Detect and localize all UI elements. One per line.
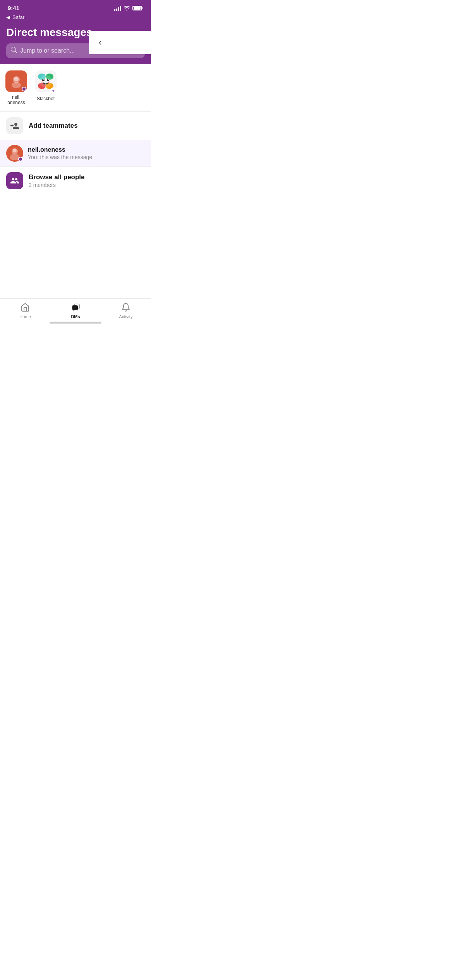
browse-people-item[interactable]: Browse all people 2 members xyxy=(0,167,151,195)
recent-contacts: neil. oneness xyxy=(0,64,151,111)
home-indicator xyxy=(50,322,101,324)
home-nav-icon xyxy=(20,302,31,313)
add-teammates-item[interactable]: Add teammates xyxy=(0,112,151,140)
neil-avatar-wrapper xyxy=(5,70,27,92)
browse-people-title: Browse all people xyxy=(29,173,145,181)
neil-status-dot xyxy=(22,87,26,91)
neil-contact-name-2: oneness xyxy=(7,100,25,105)
svg-point-16 xyxy=(13,149,17,152)
nav-dms[interactable]: DMs xyxy=(50,302,101,319)
contact-slackbot[interactable]: ♥ Slackbot xyxy=(34,70,57,105)
activity-nav-icon xyxy=(120,302,131,313)
browse-people-subtitle: 2 members xyxy=(29,182,145,188)
svg-point-1 xyxy=(14,77,19,81)
svg-point-2 xyxy=(12,82,21,88)
svg-point-12 xyxy=(48,79,49,80)
slackbot-avatar-wrapper: ♥ xyxy=(35,70,57,94)
browse-people-content: Browse all people 2 members xyxy=(29,173,145,188)
browse-people-icon-bg xyxy=(6,172,23,189)
svg-point-11 xyxy=(43,79,44,80)
neil-dm-preview: You: this was the message xyxy=(28,154,145,160)
home-nav-label: Home xyxy=(19,314,31,319)
slackbot-heart-dot: ♥ xyxy=(50,87,57,94)
search-icon xyxy=(11,47,17,55)
activity-nav-label: Activity xyxy=(119,314,133,319)
neil-dm-item[interactable]: neil.oneness You: this was the message xyxy=(0,140,151,167)
battery-icon xyxy=(132,6,143,10)
status-bar: 9:41 xyxy=(0,0,151,13)
neil-contact-name-1: neil. xyxy=(12,94,21,100)
contact-neil[interactable]: neil. oneness xyxy=(5,70,28,105)
svg-point-14 xyxy=(48,81,50,83)
back-arrow-panel: ‹ xyxy=(89,31,151,54)
dms-nav-icon xyxy=(70,302,81,313)
status-icons xyxy=(114,5,143,11)
status-time: 9:41 xyxy=(8,5,19,11)
neil-dm-avatar xyxy=(6,145,23,162)
signal-icon xyxy=(114,5,121,11)
nav-activity[interactable]: Activity xyxy=(101,302,151,319)
svg-point-10 xyxy=(47,79,49,81)
browse-people-icon xyxy=(10,176,19,185)
svg-point-9 xyxy=(42,79,45,81)
safari-back-button[interactable]: ◀ Safari xyxy=(0,13,151,23)
neil-dm-online-dot xyxy=(18,157,23,161)
svg-point-13 xyxy=(41,81,43,83)
neil-dm-name: neil.oneness xyxy=(28,146,145,153)
add-person-icon xyxy=(10,121,19,130)
add-teammates-title: Add teammates xyxy=(29,122,145,130)
dms-nav-label: DMs xyxy=(71,314,80,319)
neil-dm-content: neil.oneness You: this was the message xyxy=(28,146,145,160)
nav-home[interactable]: Home xyxy=(0,302,50,319)
search-placeholder: Jump to or search... xyxy=(20,47,75,54)
add-teammates-content: Add teammates xyxy=(29,122,145,130)
back-arrow-icon[interactable]: ‹ xyxy=(99,38,101,48)
wifi-icon xyxy=(124,6,130,10)
slackbot-name: Slackbot xyxy=(37,96,55,101)
add-teammates-icon-bg xyxy=(6,117,23,134)
